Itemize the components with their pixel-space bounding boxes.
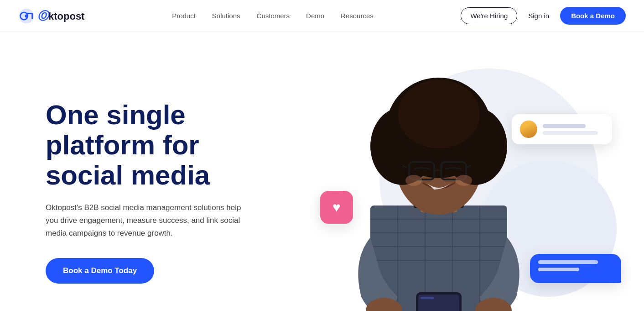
nav-item-customers[interactable]: Customers [257,12,290,20]
navbar: Ⓞktopost Product Solutions Customers Dem… [0,0,644,32]
chat-bubble [530,254,621,283]
hero-subtitle: Oktopost's B2B social media management s… [46,201,246,240]
profile-card [512,114,612,144]
profile-text-lines [543,124,604,135]
book-demo-nav-button[interactable]: Book a Demo [560,7,626,25]
profile-name-line [543,124,586,128]
nav-link-resources[interactable]: Resources [341,12,374,20]
nav-link-demo[interactable]: Demo [306,12,324,20]
hero-left: One single platform for social media Okt… [46,100,274,284]
nav-link-customers[interactable]: Customers [257,12,290,20]
we-are-hiring-button[interactable]: We're Hiring [461,7,517,24]
svg-point-2 [25,14,28,17]
hero-person-image [343,78,535,311]
nav-item-demo[interactable]: Demo [306,12,324,20]
nav-links: Product Solutions Customers Demo Resourc… [172,12,374,20]
chat-line-2 [538,268,579,271]
profile-avatar [520,121,537,138]
svg-point-24 [405,175,422,186]
heart-icon: ♥ [332,200,341,214]
profile-detail-line [543,131,598,135]
hero-section: One single platform for social media Okt… [0,32,644,311]
nav-item-product[interactable]: Product [172,12,196,20]
book-demo-today-button[interactable]: Book a Demo Today [46,258,154,284]
nav-actions: We're Hiring Sign in Book a Demo [461,7,626,25]
svg-point-18 [398,80,480,148]
nav-item-solutions[interactable]: Solutions [212,12,240,20]
hero-title: One single platform for social media [46,100,274,190]
chat-line-1 [538,260,598,264]
logo-text: Ⓞktopost [37,9,84,23]
sign-in-button[interactable]: Sign in [523,8,555,24]
logo-link[interactable]: Ⓞktopost [18,8,84,24]
heart-bubble: ♥ [320,191,353,224]
nav-item-resources[interactable]: Resources [341,12,374,20]
hero-right: ♥ [306,59,626,311]
avatar-image [520,121,537,138]
nav-link-product[interactable]: Product [172,12,196,20]
svg-point-25 [456,175,472,186]
nav-link-solutions[interactable]: Solutions [212,12,240,20]
logo-icon [18,8,35,24]
svg-rect-30 [421,297,434,299]
